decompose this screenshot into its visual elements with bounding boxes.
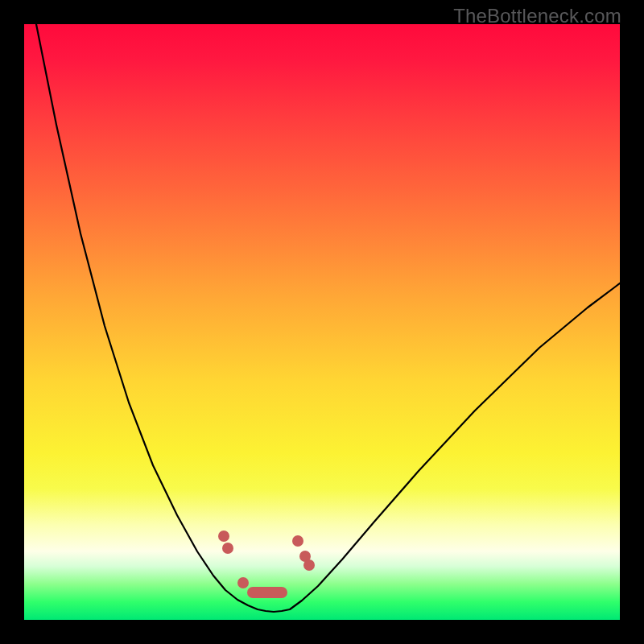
curve-marker	[237, 577, 249, 588]
curve-marker	[292, 535, 303, 547]
curve-floor-segment	[247, 587, 287, 598]
curve-marker	[303, 559, 315, 571]
outer-frame: TheBottleneck.com	[0, 0, 644, 644]
curve-marker	[218, 530, 229, 542]
bottleneck-curve	[24, 24, 620, 620]
curve-marker	[222, 543, 233, 554]
chart-plot-area	[24, 24, 620, 620]
